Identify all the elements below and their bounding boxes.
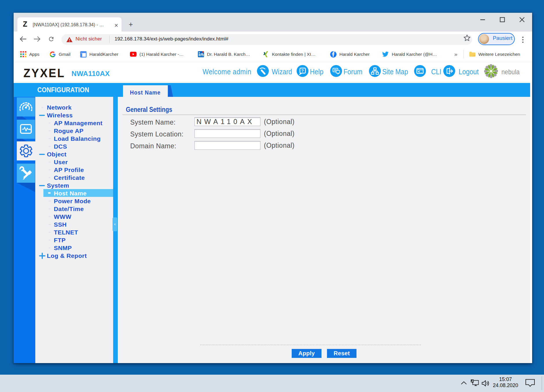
svg-text:?: ? <box>301 69 304 73</box>
